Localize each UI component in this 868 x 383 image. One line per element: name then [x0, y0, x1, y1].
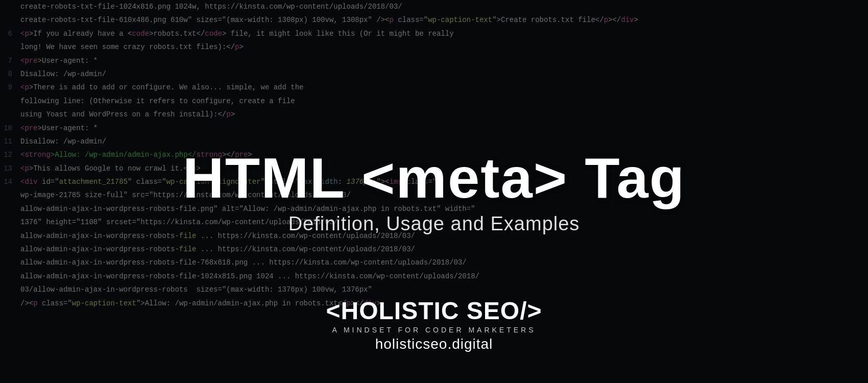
- brand-logo: <HOLISTIC SEO/>: [326, 297, 542, 325]
- overlay: HTML <meta> Tag Definition, Usage and Ex…: [0, 0, 868, 383]
- subtitle: Definition, Usage and Examples: [288, 213, 580, 235]
- brand-tagline: A MINDSET FOR CODER MARKETERS: [332, 326, 536, 334]
- brand-url: holisticseo.digital: [375, 336, 493, 352]
- main-title: HTML <meta> Tag: [183, 148, 685, 208]
- brand-section: <HOLISTIC SEO/> A MINDSET FOR CODER MARK…: [326, 297, 542, 352]
- the-file-annotation: [802, 106, 842, 147]
